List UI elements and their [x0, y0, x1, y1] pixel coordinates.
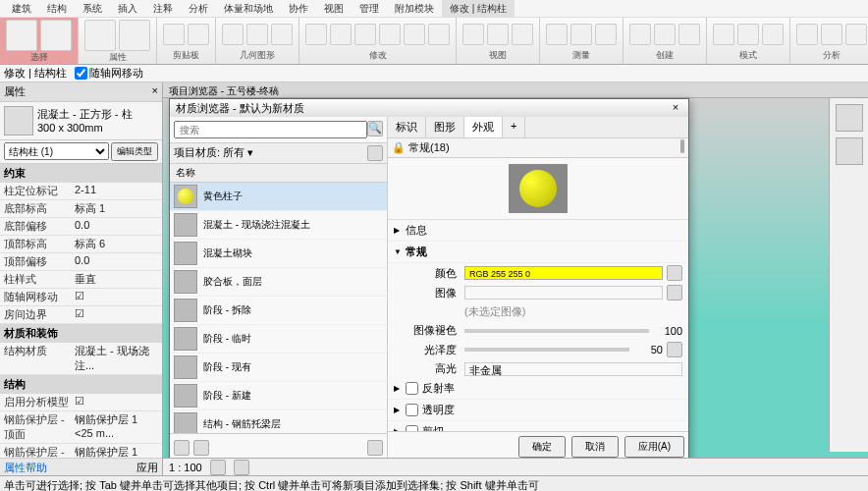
- ribbon-button[interactable]: [570, 24, 592, 45]
- ribbon-tab[interactable]: 建筑: [4, 0, 39, 17]
- ribbon-button[interactable]: [629, 24, 651, 45]
- transparency-group[interactable]: ▶ 透明度: [388, 400, 688, 421]
- instance-selector[interactable]: 结构柱 (1): [4, 142, 109, 160]
- apply-button[interactable]: 应用(A): [624, 436, 684, 458]
- ribbon-tab[interactable]: 体量和场地: [216, 0, 281, 17]
- viewcube-icon[interactable]: [836, 104, 863, 132]
- ribbon-tab[interactable]: 管理: [352, 0, 387, 17]
- add-material-icon[interactable]: [193, 440, 209, 456]
- property-row[interactable]: 底部标高标高 1: [0, 200, 162, 218]
- ribbon-button[interactable]: [404, 24, 425, 45]
- property-row[interactable]: 随轴网移动☑: [0, 289, 162, 306]
- ribbon-button[interactable]: [163, 24, 185, 45]
- dropdown-icon[interactable]: [667, 285, 682, 300]
- editor-tab[interactable]: +: [503, 117, 525, 137]
- ribbon-button[interactable]: [119, 20, 150, 51]
- close-icon[interactable]: ×: [152, 84, 158, 99]
- library-icon[interactable]: [174, 440, 190, 456]
- ribbon-button[interactable]: [305, 24, 327, 45]
- material-row[interactable]: 阶段 - 拆除: [170, 297, 387, 325]
- ribbon-tab[interactable]: 修改 | 结构柱: [442, 0, 515, 17]
- ribbon-button[interactable]: [678, 24, 700, 45]
- property-row[interactable]: 底部偏移0.0: [0, 218, 162, 236]
- ribbon-tab[interactable]: 分析: [181, 0, 216, 17]
- ribbon-tab[interactable]: 结构: [39, 0, 75, 17]
- ribbon-button[interactable]: [713, 24, 734, 45]
- ribbon-button[interactable]: [462, 24, 484, 45]
- cutout-group[interactable]: ▶ 剪切: [388, 421, 688, 431]
- highlight-field[interactable]: 非金属: [464, 362, 682, 376]
- ribbon-button[interactable]: [330, 24, 352, 45]
- ribbon-button[interactable]: [487, 24, 509, 45]
- project-browser-tab[interactable]: 项目浏览器 - 五号楼-终稿: [163, 82, 868, 98]
- ribbon-button[interactable]: [512, 24, 533, 45]
- material-row[interactable]: 阶段 - 临时: [170, 325, 387, 354]
- property-group-header[interactable]: 材质和装饰: [0, 324, 162, 343]
- ribbon-button[interactable]: [40, 20, 72, 51]
- ribbon-button[interactable]: [222, 24, 244, 45]
- property-row[interactable]: 结构材质混凝土 - 现场浇注...: [0, 343, 162, 375]
- property-group-header[interactable]: 结构: [0, 375, 162, 394]
- material-row[interactable]: 混凝土 - 现场浇注混凝土: [170, 211, 387, 240]
- material-row[interactable]: 混凝土砌块: [170, 240, 387, 268]
- property-group-header[interactable]: 约束: [0, 164, 162, 183]
- nav-wheel-icon[interactable]: [836, 137, 863, 165]
- filter-dropdown[interactable]: 项目材质: 所有 ▾: [174, 145, 253, 161]
- ribbon-button[interactable]: [845, 24, 867, 45]
- property-row[interactable]: 柱定位标记2-11: [0, 183, 162, 200]
- image-field[interactable]: [464, 286, 663, 300]
- scale-label[interactable]: 1 : 100: [169, 462, 202, 473]
- search-input[interactable]: [174, 121, 367, 138]
- ribbon-tab[interactable]: 注释: [145, 0, 181, 17]
- ribbon-tab[interactable]: 附加模块: [387, 0, 442, 17]
- ribbon-button[interactable]: [796, 24, 818, 45]
- menu-icon[interactable]: [367, 440, 383, 456]
- ribbon-button[interactable]: [246, 24, 268, 45]
- move-with-grid-checkbox[interactable]: 随轴网移动: [75, 66, 143, 81]
- property-row[interactable]: 房间边界☑: [0, 306, 162, 324]
- fade-slider[interactable]: [464, 329, 649, 333]
- dropdown-icon[interactable]: [667, 265, 682, 281]
- editor-tab[interactable]: 图形: [426, 117, 464, 137]
- property-row[interactable]: 顶部标高标高 6: [0, 236, 162, 253]
- ribbon-tab[interactable]: 视图: [316, 0, 352, 17]
- cancel-button[interactable]: 取消: [571, 436, 619, 458]
- ribbon-button[interactable]: [546, 24, 568, 45]
- ribbon-tab[interactable]: 插入: [110, 0, 145, 17]
- detail-icon[interactable]: [210, 460, 226, 475]
- ribbon-button[interactable]: [354, 24, 376, 45]
- ribbon-button[interactable]: [595, 24, 617, 45]
- ribbon-button[interactable]: [379, 24, 401, 45]
- ribbon-button[interactable]: [84, 20, 116, 51]
- ribbon-button[interactable]: [654, 24, 676, 45]
- ribbon-button[interactable]: [271, 24, 293, 45]
- material-row[interactable]: 阶段 - 现有: [170, 354, 387, 382]
- duplicate-asset-icon[interactable]: [682, 139, 684, 153]
- ribbon-button[interactable]: [6, 20, 37, 51]
- editor-tab[interactable]: 标识: [388, 117, 426, 137]
- ribbon-tab[interactable]: 协作: [281, 0, 316, 17]
- search-icon[interactable]: 🔍: [367, 121, 383, 136]
- view-icon[interactable]: [367, 145, 383, 161]
- ribbon-button[interactable]: [737, 24, 759, 45]
- ok-button[interactable]: 确定: [518, 436, 566, 458]
- color-field[interactable]: RGB 255 255 0: [464, 266, 663, 280]
- gloss-slider[interactable]: [464, 348, 629, 352]
- property-row[interactable]: 柱样式垂直: [0, 271, 162, 289]
- material-row[interactable]: 结构 - 钢筋托梁层: [170, 410, 387, 433]
- close-icon[interactable]: ×: [669, 101, 682, 115]
- editor-tab[interactable]: 外观: [464, 117, 503, 137]
- ribbon-button[interactable]: [428, 24, 450, 45]
- visual-style-icon[interactable]: [234, 460, 249, 475]
- property-row[interactable]: 启用分析模型☑: [0, 394, 162, 411]
- material-row[interactable]: 阶段 - 新建: [170, 382, 387, 410]
- info-group[interactable]: ▶信息: [388, 220, 688, 242]
- ribbon-button[interactable]: [821, 24, 842, 45]
- property-row[interactable]: 钢筋保护层 - 底面钢筋保护层 1 <25 m...: [0, 444, 162, 458]
- properties-help-link[interactable]: 属性帮助: [4, 461, 47, 473]
- general-group[interactable]: ▼常规: [388, 242, 688, 263]
- ribbon-button[interactable]: [188, 24, 209, 45]
- ribbon-button[interactable]: [762, 24, 784, 45]
- apply-button[interactable]: 应用: [136, 461, 158, 473]
- dropdown-icon[interactable]: [667, 342, 682, 357]
